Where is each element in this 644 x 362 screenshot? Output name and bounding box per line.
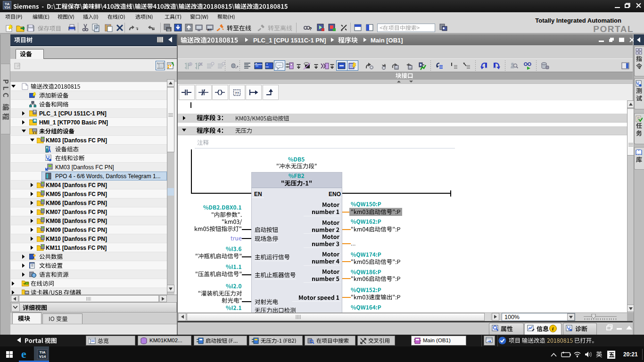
- svg-text:01: 01: [167, 29, 171, 32]
- svg-text:e: e: [21, 349, 26, 360]
- svg-text:??: ??: [235, 91, 239, 95]
- svg-text:RT: RT: [207, 28, 212, 32]
- svg-text:?: ?: [309, 26, 312, 31]
